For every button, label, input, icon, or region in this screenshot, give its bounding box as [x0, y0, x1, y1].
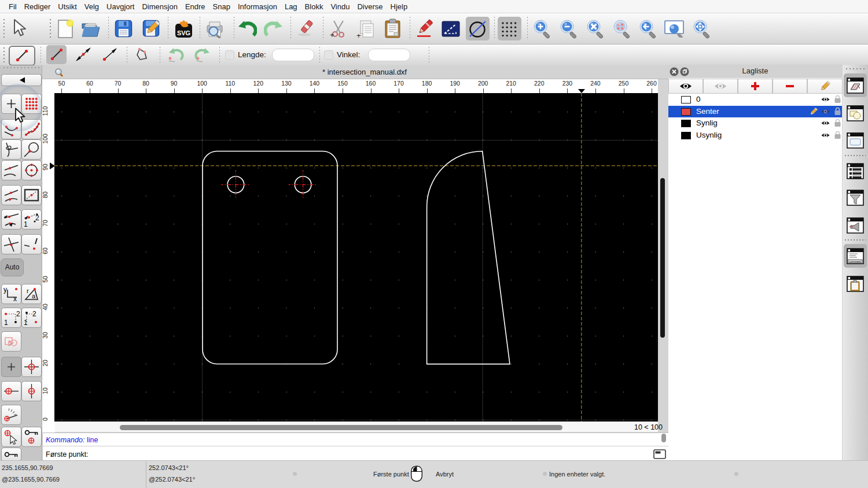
svg-text:SVG: SVG: [177, 29, 190, 36]
svg-text:2: 2: [32, 310, 36, 318]
svg-text:command: command: [849, 260, 861, 263]
svg-text:r: r: [27, 287, 29, 294]
svg-text:y: y: [3, 286, 7, 294]
svg-text:2: 2: [35, 214, 39, 222]
svg-text:1: 1: [24, 220, 28, 228]
svg-text:a: a: [32, 293, 36, 300]
svg-text:+: +: [330, 31, 334, 39]
svg-text:1: 1: [4, 319, 8, 327]
svg-text:x: x: [13, 295, 17, 303]
svg-text:1: 1: [24, 319, 28, 327]
svg-text:+: +: [356, 31, 361, 39]
svg-text:2: 2: [16, 310, 20, 318]
